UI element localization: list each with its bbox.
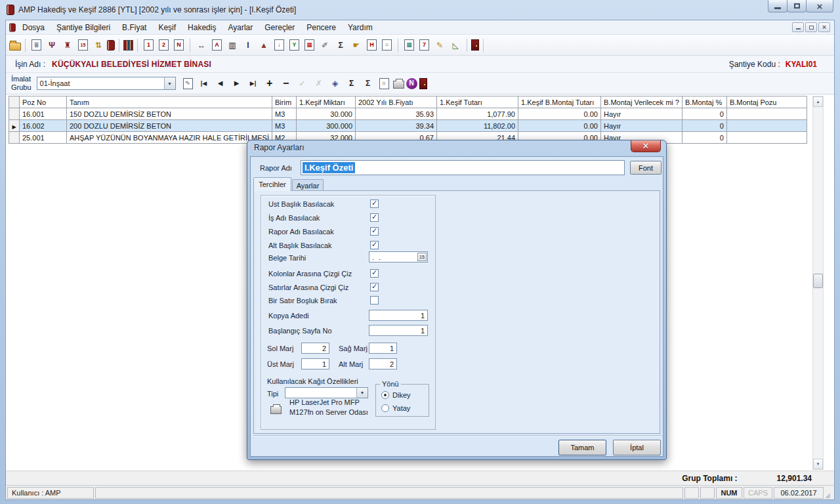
book-icon[interactable] — [107, 40, 115, 51]
calendar-icon[interactable] — [417, 253, 427, 261]
row-selector[interactable] — [9, 132, 20, 144]
resize-grip[interactable]: ◢ — [825, 492, 833, 499]
belge-tarihi-input[interactable]: . . — [369, 251, 428, 262]
yatay-radio[interactable] — [381, 404, 389, 412]
ust-marj-input[interactable]: 1 — [301, 358, 329, 369]
doc-7-icon[interactable]: 7 — [419, 39, 429, 51]
nav-first-icon[interactable]: |◀ — [197, 76, 211, 91]
cell[interactable]: Hayır — [601, 108, 682, 120]
cell[interactable]: M3 — [272, 120, 297, 132]
bosluk-birak-checkbox[interactable] — [370, 296, 379, 304]
mdi-close-button[interactable]: × — [818, 22, 830, 32]
cancel-icon[interactable]: ✗ — [312, 76, 326, 91]
cell[interactable]: 300.000 — [297, 120, 356, 132]
pin-icon[interactable]: ✐ — [318, 38, 332, 52]
cell[interactable]: 25.001 — [20, 132, 67, 144]
vertical-scrollbar[interactable]: ▲ ▼ — [812, 96, 824, 470]
ruler-icon[interactable]: ↔ — [194, 38, 209, 52]
sigma-icon[interactable]: Σ — [345, 76, 359, 91]
col-kesif-tutari[interactable]: 1.Keşif Tutarı — [437, 96, 518, 108]
close-button[interactable]: × — [806, 0, 833, 12]
page-1-icon[interactable]: 1 — [144, 39, 154, 51]
minus-icon[interactable]: − — [279, 76, 293, 91]
font-button[interactable]: Font — [630, 161, 662, 175]
is-adi-checkbox[interactable] — [370, 213, 379, 222]
menu-santiye-bilgileri[interactable]: Şantiye Bilgileri — [51, 22, 116, 33]
cell[interactable]: 16.001 — [20, 108, 67, 120]
eraser-icon[interactable]: ◈ — [328, 76, 343, 91]
mound-icon[interactable]: ▲ — [257, 38, 271, 52]
paste-icon[interactable]: ↓ — [274, 39, 284, 51]
sol-marj-input[interactable]: 2 — [301, 343, 329, 354]
nav-last-icon[interactable]: ▶| — [246, 76, 261, 91]
menu-hakedis[interactable]: Hakediş — [182, 22, 222, 33]
cell[interactable] — [726, 108, 807, 120]
restore-button[interactable] — [787, 0, 807, 12]
film-icon[interactable]: ▥ — [225, 38, 240, 52]
pen-icon[interactable]: ✎ — [432, 38, 447, 52]
dialog-close-button[interactable]: ✕ — [631, 140, 661, 152]
scroll-down-icon[interactable]: ▼ — [813, 459, 823, 469]
cell[interactable]: 0 — [682, 132, 726, 144]
cell[interactable]: 1,077.90 — [437, 108, 518, 120]
nav-prev-icon[interactable]: ◀ — [213, 76, 228, 91]
print-icon[interactable] — [393, 81, 404, 89]
calendar-15-icon[interactable]: 15 — [78, 39, 88, 51]
cell[interactable]: 0 — [682, 108, 726, 120]
calc-icon[interactable]: ▦ — [404, 39, 414, 51]
cell[interactable]: 0 — [682, 120, 726, 132]
sag-marj-input[interactable]: 1 — [369, 343, 397, 354]
menu-yardim[interactable]: Yardım — [342, 22, 379, 33]
menu-pencere[interactable]: Pencere — [301, 22, 342, 33]
site-card-icon[interactable]: ≣ — [32, 39, 41, 51]
tree-icon[interactable]: Ψ — [45, 38, 59, 52]
cell[interactable]: 0.00 — [518, 120, 601, 132]
sigma-list-icon[interactable]: Σ — [333, 38, 348, 52]
calendar-red-icon[interactable]: ▦ — [304, 39, 314, 51]
doc-y-icon[interactable]: Y — [289, 39, 299, 51]
col-bmontaj-pct[interactable]: B.Montaj % — [682, 96, 726, 108]
minimize-button[interactable] — [768, 0, 788, 12]
tamam-button[interactable]: Tamam — [558, 440, 606, 455]
rapor-adi-input[interactable]: I.Keşif Özeti — [301, 160, 625, 175]
cell[interactable]: 0.00 — [518, 108, 601, 120]
col-bmontaj-verilecek[interactable]: B.Montaj Verilecek mi ? — [601, 96, 682, 108]
cell[interactable]: AHŞAP YÜZÜNÜN BOYANMAYA HAZIR HALE GETİR… — [67, 132, 272, 144]
tab-tercihler[interactable]: Tercihler — [253, 177, 291, 191]
satirlar-cizgi-checkbox[interactable] — [370, 283, 379, 291]
scroll-up-icon[interactable]: ▲ — [813, 96, 823, 107]
kolonlar-cizgi-checkbox[interactable] — [370, 269, 379, 278]
cell[interactable]: 200 DOZLU DEMİRSİZ BETON — [67, 120, 272, 132]
stamp-icon[interactable]: ♜ — [60, 38, 75, 52]
menu-kesif[interactable]: Keşif — [152, 22, 182, 33]
col-bmontaj-pozu[interactable]: B.Montaj Pozu — [726, 96, 807, 108]
menu-gerecler[interactable]: Gereçler — [259, 22, 301, 33]
kagit-tipi-combo[interactable] — [285, 387, 368, 398]
doc-a-icon[interactable]: A — [212, 39, 222, 51]
cell[interactable]: 39.34 — [356, 120, 437, 132]
ibeam-icon[interactable]: I — [241, 38, 255, 52]
rapor-adi-basilacak-checkbox[interactable] — [370, 227, 379, 236]
cell[interactable]: M3 — [272, 108, 297, 120]
col-kesif-miktari[interactable]: 1.Keşif Miktarı — [297, 96, 356, 108]
cell[interactable]: 30.000 — [297, 108, 356, 120]
menu-bfiyat[interactable]: B.Fiyat — [116, 22, 152, 33]
n-circle-icon[interactable] — [406, 78, 417, 89]
scrollbar-thumb[interactable] — [813, 274, 823, 288]
alt-baslik-checkbox[interactable] — [370, 241, 379, 249]
alt-marj-input[interactable]: 2 — [369, 358, 397, 369]
col-birim[interactable]: Birim — [272, 96, 297, 108]
books-icon[interactable] — [123, 40, 133, 51]
preview-icon[interactable]: ○ — [379, 78, 389, 89]
sigma-list-icon[interactable]: Σ — [361, 76, 375, 91]
cell[interactable]: 35.93 — [356, 108, 437, 120]
cell[interactable]: 11,802.00 — [437, 120, 518, 132]
cell[interactable]: 16.002 — [20, 120, 67, 132]
book-h-icon[interactable]: H — [367, 39, 377, 51]
chevron-down-icon[interactable] — [164, 77, 175, 89]
row-selector[interactable] — [9, 108, 20, 120]
page-2-icon[interactable]: 2 — [159, 39, 169, 51]
cell[interactable] — [726, 132, 807, 144]
cell[interactable]: Hayır — [601, 120, 682, 132]
setsquare-icon[interactable]: ◺ — [448, 38, 463, 52]
